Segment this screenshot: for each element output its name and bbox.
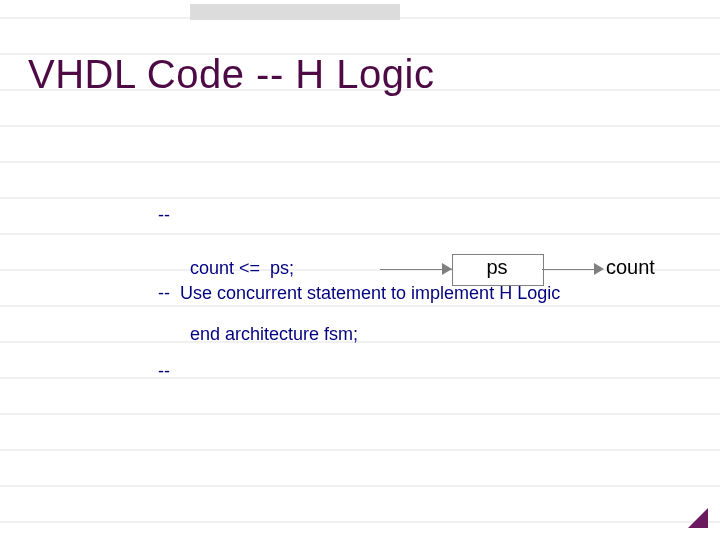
- code-count-assign: count <= ps;: [190, 258, 294, 279]
- h-logic-diagram: ps count: [380, 250, 680, 290]
- slide-canvas: VHDL Code -- H Logic -- -- Use concurren…: [0, 0, 720, 540]
- comment-line-1: --: [158, 202, 560, 228]
- vhdl-comment-block: -- -- Use concurrent statement to implem…: [158, 150, 560, 436]
- arrow-output-icon: [594, 263, 604, 275]
- decorative-top-bar: [190, 4, 400, 20]
- wire-output: [542, 269, 600, 270]
- code-end-architecture: end architecture fsm;: [190, 324, 358, 345]
- slide-title: VHDL Code -- H Logic: [28, 52, 434, 97]
- corner-accent-icon: [688, 508, 708, 528]
- arrow-input-icon: [442, 263, 452, 275]
- diagram-input-label: ps: [455, 256, 539, 279]
- comment-line-3: --: [158, 358, 560, 384]
- diagram-output-label: count: [606, 256, 655, 279]
